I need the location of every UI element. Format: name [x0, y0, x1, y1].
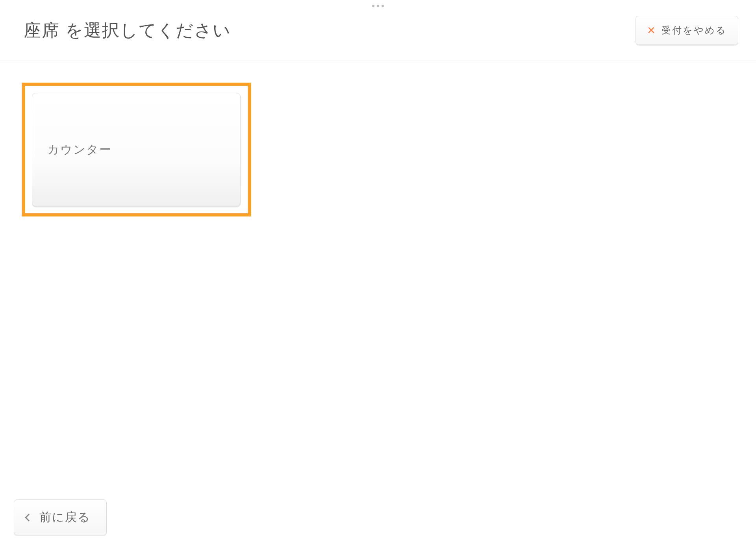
- seat-option-counter[interactable]: カウンター: [32, 93, 241, 206]
- footer: 前に戻る: [14, 499, 107, 535]
- seat-option-label: カウンター: [47, 142, 112, 158]
- seat-selection-area: カウンター: [0, 61, 756, 238]
- close-icon: ✕: [647, 25, 657, 35]
- seat-option-selected-frame: カウンター: [22, 83, 251, 216]
- drag-handle-dots: [372, 5, 384, 7]
- back-button-label: 前に戻る: [39, 509, 91, 525]
- header: 座席 を選択してください ✕ 受付をやめる: [0, 0, 756, 61]
- back-button[interactable]: 前に戻る: [14, 499, 107, 535]
- cancel-button-label: 受付をやめる: [662, 24, 727, 37]
- cancel-reception-button[interactable]: ✕ 受付をやめる: [636, 16, 738, 45]
- chevron-left-icon: [25, 514, 33, 521]
- page-title: 座席 を選択してください: [24, 19, 231, 42]
